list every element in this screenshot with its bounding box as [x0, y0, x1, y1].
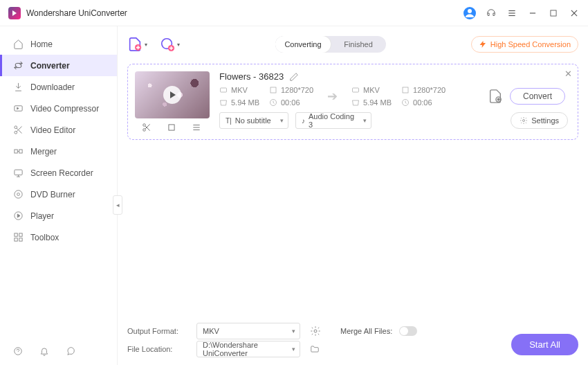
svg-rect-35 [403, 87, 408, 93]
disc-icon [12, 189, 24, 200]
hsc-label: High Speed Conversion [490, 40, 571, 48]
add-file-button[interactable]: ▾ [127, 37, 147, 52]
svg-rect-32 [270, 87, 276, 93]
sidebar-item-editor[interactable]: Video Editor [0, 119, 117, 141]
src-resolution: 1280*720 [281, 86, 313, 94]
svg-point-21 [15, 348, 22, 355]
maximize-icon[interactable] [548, 8, 559, 19]
high-speed-conversion-button[interactable]: High Speed Conversion [471, 36, 578, 53]
sidebar-item-label: Screen Recorder [30, 168, 93, 178]
sidebar-item-merger[interactable]: Merger [0, 141, 117, 162]
svg-point-25 [143, 124, 146, 127]
sidebar-item-toolbox[interactable]: Toolbox [0, 226, 117, 248]
compress-icon [12, 103, 24, 114]
svg-point-15 [17, 193, 19, 196]
arrow-icon: ➔ [327, 89, 338, 104]
file-location-select[interactable]: D:\Wondershare UniConverter [196, 341, 300, 357]
support-icon[interactable] [486, 8, 497, 19]
sidebar-item-label: Downloader [30, 82, 75, 92]
audio-value: Audio Coding 3 [309, 112, 356, 129]
bell-icon[interactable] [39, 346, 50, 357]
edit-title-icon[interactable] [289, 72, 299, 82]
help-icon[interactable] [12, 346, 24, 357]
sidebar-item-converter[interactable]: Converter [0, 55, 117, 76]
file-location-label: File Location: [127, 345, 190, 353]
open-folder-icon[interactable] [310, 344, 320, 354]
grid-icon [12, 232, 24, 243]
minimize-icon[interactable] [527, 8, 538, 19]
menu-icon[interactable] [506, 8, 517, 19]
close-icon[interactable] [569, 8, 580, 19]
app-logo [8, 7, 21, 19]
svg-point-39 [523, 120, 525, 122]
sidebar-item-home[interactable]: Home [0, 33, 117, 55]
app-title: Wondershare UniConverter [26, 8, 127, 18]
svg-point-26 [143, 129, 146, 132]
sidebar-item-compressor[interactable]: Video Compressor [0, 98, 117, 119]
start-all-button[interactable]: Start All [511, 334, 578, 355]
sidebar-item-label: Player [30, 211, 54, 221]
svg-rect-31 [221, 88, 227, 92]
svg-rect-17 [14, 233, 17, 236]
user-avatar[interactable] [463, 7, 476, 19]
sidebar-item-label: DVD Burner [30, 190, 75, 199]
feedback-icon[interactable] [65, 346, 76, 357]
tab-converting[interactable]: Converting [275, 36, 331, 53]
svg-rect-12 [19, 150, 21, 153]
settings-label: Settings [531, 116, 559, 125]
sidebar: Home Converter Downloader Video Compress… [0, 26, 118, 365]
sidebar-item-label: Video Compressor [30, 104, 99, 114]
sidebar-item-label: Merger [30, 147, 57, 157]
merger-icon [12, 146, 24, 157]
trim-icon[interactable] [142, 123, 151, 132]
sidebar-item-dvd[interactable]: DVD Burner [0, 184, 117, 205]
home-icon [12, 39, 24, 50]
sidebar-item-player[interactable]: Player [0, 205, 117, 226]
svg-rect-11 [14, 150, 17, 153]
file-location-value: D:\Wondershare UniConverter [203, 341, 284, 357]
remove-file-button[interactable]: ✕ [564, 69, 572, 79]
scissors-icon [12, 125, 24, 136]
sidebar-item-downloader[interactable]: Downloader [0, 76, 117, 98]
settings-button[interactable]: Settings [511, 112, 568, 129]
video-thumbnail[interactable] [135, 71, 210, 118]
svg-point-14 [14, 190, 21, 198]
crop-icon[interactable] [167, 123, 176, 132]
file-title: Flowers - 36823 [219, 71, 284, 82]
dst-size: 5.94 MB [363, 98, 392, 107]
recorder-icon [12, 168, 24, 179]
output-settings-icon[interactable] [488, 89, 503, 104]
convert-button[interactable]: Convert [510, 88, 565, 105]
src-duration: 00:06 [281, 98, 300, 107]
play-icon [12, 211, 24, 222]
svg-point-40 [314, 330, 317, 332]
add-url-button[interactable]: ▾ [160, 37, 180, 52]
dst-resolution: 1280*720 [413, 86, 445, 94]
svg-rect-27 [169, 125, 174, 130]
svg-point-10 [14, 131, 17, 134]
output-format-value: MKV [203, 327, 219, 335]
src-size: 5.94 MB [231, 98, 259, 107]
svg-rect-34 [353, 88, 359, 92]
src-format: MKV [231, 86, 248, 94]
tab-finished[interactable]: Finished [331, 36, 386, 53]
merge-toggle[interactable] [399, 326, 417, 336]
merge-label: Merge All Files: [340, 327, 392, 335]
sidebar-item-recorder[interactable]: Screen Recorder [0, 162, 117, 184]
sidebar-item-label: Converter [30, 61, 70, 71]
sidebar-item-label: Toolbox [30, 233, 59, 242]
svg-rect-19 [14, 238, 17, 241]
subtitle-select[interactable]: T|No subtitle [219, 112, 288, 129]
svg-rect-5 [551, 10, 556, 15]
output-format-select[interactable]: MKV [196, 323, 300, 339]
audio-select[interactable]: ♪Audio Coding 3 [295, 112, 371, 129]
svg-rect-20 [19, 238, 21, 241]
download-icon [12, 82, 24, 93]
effects-icon[interactable] [192, 123, 201, 132]
converter-icon [12, 60, 24, 71]
sidebar-item-label: Home [30, 39, 53, 49]
svg-point-38 [497, 98, 499, 100]
svg-point-0 [468, 9, 472, 13]
svg-rect-18 [19, 233, 21, 236]
format-settings-icon[interactable] [310, 326, 321, 337]
